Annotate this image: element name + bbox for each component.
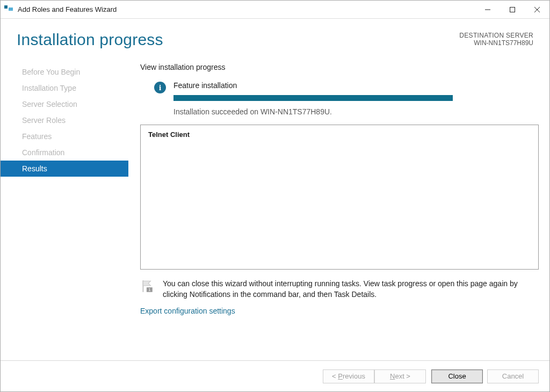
feature-name: Telnet Client bbox=[148, 130, 531, 139]
next-label: ext bbox=[395, 372, 404, 380]
result-text: Installation succeeded on WIN-NN1TS77H89… bbox=[173, 107, 539, 116]
page-title: Installation progress bbox=[17, 31, 163, 49]
sidebar-item-server-roles: Server Roles bbox=[1, 112, 128, 128]
status-row: i Feature installation Installation succ… bbox=[140, 81, 539, 116]
svg-text:1: 1 bbox=[148, 287, 150, 292]
body-region: Before You Begin Installation Type Serve… bbox=[1, 53, 549, 360]
next-button: Next > bbox=[374, 369, 426, 383]
app-icon bbox=[4, 5, 13, 14]
svg-rect-0 bbox=[4, 5, 8, 9]
status-text: Feature installation bbox=[173, 81, 539, 90]
export-config-link[interactable]: Export configuration settings bbox=[140, 307, 539, 315]
progress-bar bbox=[173, 95, 453, 101]
sidebar-item-label: Installation Type bbox=[22, 84, 76, 92]
wizard-sidebar: Before You Begin Installation Type Serve… bbox=[1, 60, 128, 360]
sidebar-item-results[interactable]: Results bbox=[1, 161, 128, 177]
sidebar-item-label: Before You Begin bbox=[22, 68, 80, 76]
previous-button: < Previous bbox=[323, 369, 374, 383]
sidebar-item-before-you-begin: Before You Begin bbox=[1, 64, 128, 80]
header-region: Installation progress DESTINATION SERVER… bbox=[1, 19, 549, 53]
hint-text: You can close this wizard without interr… bbox=[163, 278, 539, 300]
section-subhead: View installation progress bbox=[140, 63, 539, 71]
sidebar-item-server-selection: Server Selection bbox=[1, 96, 128, 112]
maximize-button[interactable] bbox=[500, 1, 525, 18]
sidebar-item-label: Confirmation bbox=[22, 148, 64, 157]
sidebar-item-label: Server Selection bbox=[22, 100, 77, 108]
minimize-button[interactable] bbox=[475, 1, 500, 18]
sidebar-item-label: Server Roles bbox=[22, 116, 66, 125]
sidebar-item-installation-type: Installation Type bbox=[1, 80, 128, 96]
window-controls bbox=[475, 1, 549, 18]
close-button[interactable]: Close bbox=[431, 369, 483, 383]
status-column: Feature installation Installation succee… bbox=[173, 81, 539, 116]
main-panel: View installation progress i Feature ins… bbox=[128, 60, 539, 360]
feature-results-box: Telnet Client bbox=[140, 125, 539, 270]
close-window-button[interactable] bbox=[525, 1, 549, 18]
sidebar-item-features: Features bbox=[1, 128, 128, 144]
wizard-footer: < Previous Next > Close Cancel bbox=[1, 360, 549, 391]
cancel-button: Cancel bbox=[487, 369, 539, 383]
window-title: Add Roles and Features Wizard bbox=[18, 5, 117, 13]
nav-button-group: < Previous Next > bbox=[323, 369, 426, 383]
sidebar-list: Before You Begin Installation Type Serve… bbox=[1, 64, 128, 177]
wizard-window: Add Roles and Features Wizard Installati… bbox=[0, 0, 550, 392]
destination-label: DESTINATION SERVER bbox=[459, 32, 533, 39]
svg-rect-3 bbox=[510, 7, 515, 12]
sidebar-item-label: Features bbox=[22, 132, 52, 141]
info-icon: i bbox=[154, 82, 166, 93]
flag-icon: 1 bbox=[140, 279, 154, 293]
titlebar: Add Roles and Features Wizard bbox=[1, 1, 549, 19]
sidebar-item-label: Results bbox=[22, 164, 47, 173]
destination-server: WIN-NN1TS77H89U bbox=[459, 39, 533, 47]
sidebar-item-confirmation: Confirmation bbox=[1, 144, 128, 161]
hint-row: 1 You can close this wizard without inte… bbox=[140, 277, 539, 304]
svg-rect-1 bbox=[9, 8, 13, 11]
destination-block: DESTINATION SERVER WIN-NN1TS77H89U bbox=[459, 32, 533, 47]
previous-label: revious bbox=[343, 372, 365, 380]
